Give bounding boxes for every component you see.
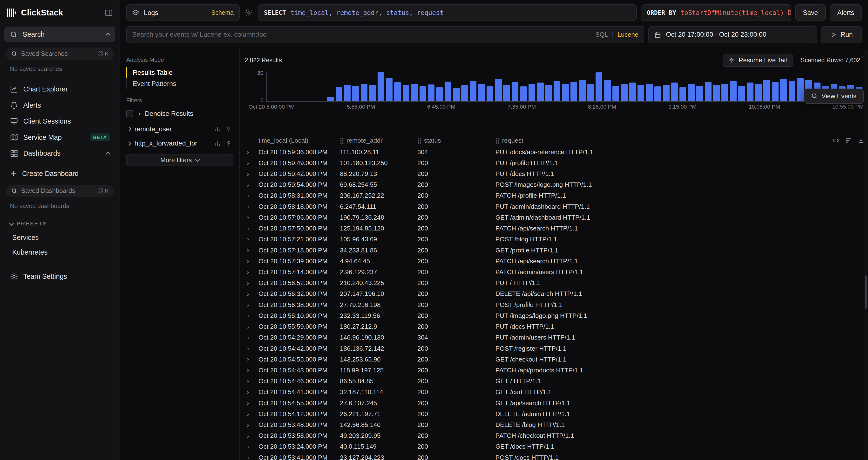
histogram-bar[interactable] (688, 84, 695, 102)
histogram-bar[interactable] (621, 84, 628, 102)
alerts-button[interactable]: Alerts (830, 4, 862, 21)
expand-row-icon[interactable]: › (243, 355, 258, 363)
drag-handle-icon[interactable] (340, 138, 344, 144)
table-row[interactable]: ›Oct 20 10:54:12.000 PM26.221.197.71200D… (240, 409, 868, 420)
source-settings-gear-icon[interactable] (244, 9, 254, 17)
histogram-bar[interactable] (520, 86, 527, 102)
pin-icon[interactable] (225, 140, 232, 147)
expand-row-icon[interactable]: › (243, 268, 258, 276)
source-selector[interactable]: Logs Schema (126, 4, 240, 21)
lucene-toggle[interactable]: Lucene (618, 31, 639, 38)
expand-row-icon[interactable]: › (243, 323, 258, 330)
expand-row-icon[interactable]: › (243, 170, 258, 178)
create-dashboard-button[interactable]: Create Dashboard (4, 166, 115, 181)
histogram-bar[interactable] (411, 84, 418, 102)
select-expression-input[interactable]: SELECT time_local, remote_addr, status, … (258, 4, 637, 21)
table-row[interactable]: ›Oct 20 10:55:10.000 PM232.33.119.56200P… (240, 310, 868, 321)
histogram-bar[interactable] (705, 82, 712, 102)
table-row[interactable]: ›Oct 20 10:56:38.000 PM27.79.216.198200P… (240, 299, 868, 310)
scrollbar-track[interactable] (864, 50, 868, 460)
denoise-checkbox[interactable] (126, 110, 133, 117)
histogram-bar[interactable] (478, 84, 485, 102)
table-row[interactable]: ›Oct 20 10:54:43.000 PM118.99.197.125200… (240, 365, 868, 376)
expand-row-icon[interactable]: › (243, 159, 258, 167)
collapse-sidebar-icon[interactable] (105, 9, 113, 17)
table-row[interactable]: ›Oct 20 10:54:29.000 PM146.96.190.130304… (240, 332, 868, 343)
histogram-bar[interactable] (671, 83, 678, 102)
table-row[interactable]: ›Oct 20 10:53:48.000 PM142.56.85.140200D… (240, 420, 868, 430)
histogram-bar[interactable] (570, 82, 577, 102)
table-row[interactable]: ›Oct 20 10:54:55.000 PM143.253.65.90200G… (240, 354, 868, 365)
sidebar-item-preset[interactable]: Kubernetes (4, 245, 115, 260)
histogram-bar[interactable] (327, 97, 334, 102)
sql-toggle[interactable]: SQL (595, 31, 608, 38)
expand-row-icon[interactable]: › (243, 279, 258, 287)
resume-live-tail-button[interactable]: Resume Live Tail (723, 54, 793, 67)
sidebar-item-dashboards[interactable]: Dashboards (4, 145, 115, 162)
histogram-bar[interactable] (420, 86, 426, 102)
denoise-results-toggle[interactable]: ◑ Denoise Results (126, 108, 233, 122)
table-row[interactable]: ›Oct 20 10:57:14.000 PM2.96.129.237200PA… (240, 267, 868, 278)
drag-handle-icon[interactable] (417, 138, 421, 144)
expand-row-icon[interactable]: › (243, 192, 258, 200)
table-row[interactable]: ›Oct 20 10:54:42.000 PM186.136.72.142200… (240, 343, 868, 354)
table-row[interactable]: ›Oct 20 10:58:18.000 PM6.247.54.111200PU… (240, 201, 868, 212)
histogram-bar[interactable] (763, 80, 770, 102)
mini-chart-icon[interactable] (214, 140, 221, 147)
histogram-bar[interactable] (369, 85, 376, 102)
histogram-bar[interactable] (797, 78, 804, 102)
expand-row-icon[interactable]: › (243, 312, 258, 320)
analysis-mode-item[interactable]: Results Table (126, 67, 233, 78)
expand-row-icon[interactable]: › (243, 377, 258, 385)
histogram-bar[interactable] (579, 80, 586, 102)
histogram-bar[interactable] (444, 82, 452, 102)
histogram-bar[interactable] (713, 85, 720, 102)
histogram-bar[interactable] (554, 81, 560, 102)
expand-row-icon[interactable]: › (243, 247, 258, 254)
histogram-bar[interactable] (537, 83, 544, 102)
histogram-bar[interactable] (428, 84, 434, 102)
histogram-bar[interactable] (587, 84, 594, 102)
expand-row-icon[interactable]: › (243, 290, 258, 298)
histogram-bar[interactable] (562, 84, 569, 102)
scrollbar-thumb[interactable] (865, 276, 867, 309)
histogram-bar[interactable] (487, 86, 493, 102)
expand-row-icon[interactable]: › (243, 213, 258, 221)
run-button[interactable]: Run (821, 26, 862, 43)
analysis-mode-item[interactable]: Event Patterns (126, 78, 233, 89)
histogram-bar[interactable] (453, 88, 460, 102)
histogram-bar[interactable] (772, 82, 779, 102)
view-events-button[interactable]: View Events (804, 89, 863, 104)
histogram-bar[interactable] (352, 86, 359, 102)
expand-row-icon[interactable]: › (243, 421, 258, 429)
histogram-bar[interactable] (344, 85, 350, 102)
table-row[interactable]: ›Oct 20 10:57:50.000 PM125.194.85.120200… (240, 223, 868, 234)
column-header-remote-addr[interactable]: remote_addr (340, 137, 417, 144)
column-header-time-local[interactable]: time_local (Local) (258, 137, 340, 144)
histogram-bar[interactable] (361, 84, 368, 102)
pin-icon[interactable] (225, 126, 232, 133)
table-row[interactable]: ›Oct 20 10:59:54.000 PM69.68.254.55200PO… (240, 179, 868, 190)
histogram-bar[interactable] (595, 73, 602, 102)
histogram-bar[interactable] (638, 85, 644, 102)
sidebar-item-preset[interactable]: Services (4, 230, 115, 245)
table-row[interactable]: ›Oct 20 10:53:58.000 PM49.203.209.95200P… (240, 430, 868, 441)
expand-row-icon[interactable]: › (243, 443, 258, 451)
histogram-bar[interactable] (336, 87, 342, 102)
histogram-bar[interactable] (386, 78, 393, 102)
table-row[interactable]: ›Oct 20 10:59:42.000 PM88.220.79.13200PU… (240, 169, 868, 179)
table-row[interactable]: ›Oct 20 10:54:55.000 PM27.6.107.245200GE… (240, 398, 868, 409)
schema-tag[interactable]: Schema (212, 9, 234, 16)
histogram-bar[interactable] (738, 86, 745, 102)
histogram-bar[interactable] (654, 86, 661, 102)
histogram-bar[interactable] (512, 82, 518, 102)
expand-row-icon[interactable]: › (243, 410, 258, 418)
expand-row-icon[interactable]: › (243, 225, 258, 232)
table-row[interactable]: ›Oct 20 10:59:36.000 PM111.100.28.11304P… (240, 146, 868, 157)
histogram-bar[interactable] (403, 85, 409, 102)
histogram-bar[interactable] (604, 80, 611, 102)
histogram-bar[interactable] (780, 79, 787, 102)
histogram-bar[interactable] (696, 86, 703, 102)
table-row[interactable]: ›Oct 20 10:54:41.000 PM32.187.110.114200… (240, 386, 868, 398)
column-header-status[interactable]: status (417, 137, 495, 144)
